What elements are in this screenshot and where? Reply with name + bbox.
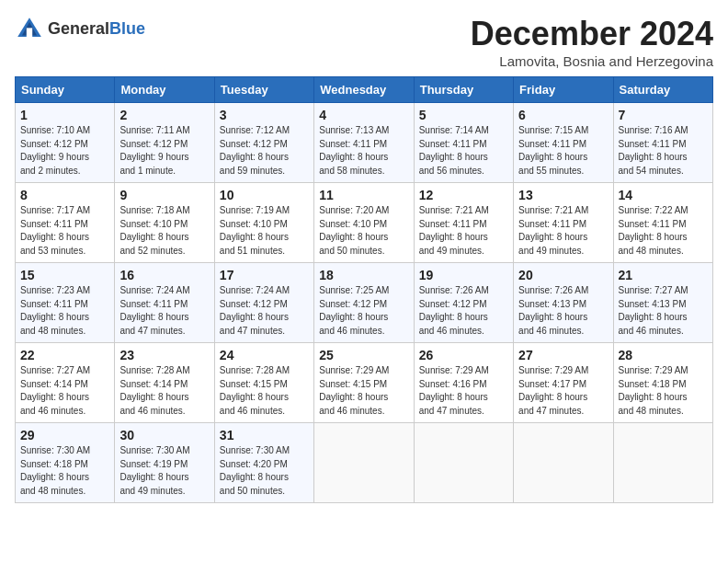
cell-details: Sunrise: 7:27 AMSunset: 4:13 PMDaylight:… [619,284,708,338]
calendar-cell: 7Sunrise: 7:16 AMSunset: 4:11 PMDaylight… [613,103,712,183]
cell-details: Sunrise: 7:20 AMSunset: 4:10 PMDaylight:… [319,204,408,258]
cell-details: Sunrise: 7:24 AMSunset: 4:11 PMDaylight:… [119,284,209,338]
day-number: 9 [119,188,209,202]
calendar-header-row: SundayMondayTuesdayWednesdayThursdayFrid… [16,77,713,103]
col-header-monday: Monday [115,77,214,103]
day-number: 4 [319,108,408,122]
calendar-cell: 27Sunrise: 7:29 AMSunset: 4:17 PMDayligh… [514,343,613,423]
cell-details: Sunrise: 7:26 AMSunset: 4:12 PMDaylight:… [419,284,508,338]
day-number: 25 [319,348,408,362]
logo: GeneralBlue [15,15,145,44]
day-number: 31 [220,428,309,442]
calendar-cell: 16Sunrise: 7:24 AMSunset: 4:11 PMDayligh… [115,263,214,343]
day-number: 27 [518,348,608,362]
day-number: 20 [518,268,608,282]
cell-details: Sunrise: 7:25 AMSunset: 4:12 PMDaylight:… [319,284,408,338]
calendar-cell [314,423,414,503]
day-number: 1 [20,108,109,122]
calendar-cell: 2Sunrise: 7:11 AMSunset: 4:12 PMDaylight… [115,103,214,183]
col-header-tuesday: Tuesday [214,77,313,103]
calendar-cell: 26Sunrise: 7:29 AMSunset: 4:16 PMDayligh… [414,343,513,423]
col-header-sunday: Sunday [16,77,115,103]
day-number: 11 [319,188,408,202]
calendar-cell: 9Sunrise: 7:18 AMSunset: 4:10 PMDaylight… [115,183,214,263]
day-number: 29 [20,428,109,442]
day-number: 12 [419,188,508,202]
calendar-cell: 31Sunrise: 7:30 AMSunset: 4:20 PMDayligh… [214,423,313,503]
cell-details: Sunrise: 7:15 AMSunset: 4:11 PMDaylight:… [518,124,608,178]
day-number: 23 [119,348,209,362]
col-header-saturday: Saturday [613,77,712,103]
logo-text: GeneralBlue [48,20,145,39]
day-number: 26 [419,348,508,362]
cell-details: Sunrise: 7:22 AMSunset: 4:11 PMDaylight:… [619,204,708,258]
cell-details: Sunrise: 7:21 AMSunset: 4:11 PMDaylight:… [518,204,608,258]
col-header-friday: Friday [514,77,613,103]
day-number: 16 [119,268,209,282]
cell-details: Sunrise: 7:27 AMSunset: 4:14 PMDaylight:… [20,364,109,418]
day-number: 19 [419,268,508,282]
calendar-cell: 15Sunrise: 7:23 AMSunset: 4:11 PMDayligh… [16,263,115,343]
day-number: 5 [419,108,508,122]
calendar-cell: 24Sunrise: 7:28 AMSunset: 4:15 PMDayligh… [214,343,313,423]
cell-details: Sunrise: 7:26 AMSunset: 4:13 PMDaylight:… [518,284,608,338]
calendar-cell: 17Sunrise: 7:24 AMSunset: 4:12 PMDayligh… [214,263,313,343]
calendar-cell: 5Sunrise: 7:14 AMSunset: 4:11 PMDaylight… [414,103,513,183]
calendar-cell: 25Sunrise: 7:29 AMSunset: 4:15 PMDayligh… [314,343,414,423]
cell-details: Sunrise: 7:21 AMSunset: 4:11 PMDaylight:… [419,204,508,258]
calendar-cell: 28Sunrise: 7:29 AMSunset: 4:18 PMDayligh… [613,343,712,423]
cell-details: Sunrise: 7:18 AMSunset: 4:10 PMDaylight:… [119,204,209,258]
page-header: GeneralBlue December 2024 Lamovita, Bosn… [15,15,713,69]
cell-details: Sunrise: 7:28 AMSunset: 4:14 PMDaylight:… [119,364,209,418]
day-number: 10 [220,188,309,202]
calendar-cell: 4Sunrise: 7:13 AMSunset: 4:11 PMDaylight… [314,103,414,183]
svg-rect-2 [27,28,32,37]
cell-details: Sunrise: 7:29 AMSunset: 4:18 PMDaylight:… [619,364,708,418]
day-number: 21 [619,268,708,282]
day-number: 17 [220,268,309,282]
day-number: 13 [518,188,608,202]
cell-details: Sunrise: 7:29 AMSunset: 4:15 PMDaylight:… [319,364,408,418]
location-subtitle: Lamovita, Bosnia and Herzegovina [471,53,713,69]
calendar-cell: 30Sunrise: 7:30 AMSunset: 4:19 PMDayligh… [115,423,214,503]
month-title: December 2024 [471,15,713,53]
calendar-cell: 29Sunrise: 7:30 AMSunset: 4:18 PMDayligh… [16,423,115,503]
calendar-cell [514,423,613,503]
cell-details: Sunrise: 7:14 AMSunset: 4:11 PMDaylight:… [419,124,508,178]
day-number: 18 [319,268,408,282]
calendar-row: 22Sunrise: 7:27 AMSunset: 4:14 PMDayligh… [16,343,713,423]
cell-details: Sunrise: 7:17 AMSunset: 4:11 PMDaylight:… [20,204,109,258]
day-number: 3 [220,108,309,122]
cell-details: Sunrise: 7:29 AMSunset: 4:16 PMDaylight:… [419,364,508,418]
day-number: 2 [119,108,209,122]
calendar-table: SundayMondayTuesdayWednesdayThursdayFrid… [15,76,713,503]
day-number: 15 [20,268,109,282]
cell-details: Sunrise: 7:13 AMSunset: 4:11 PMDaylight:… [319,124,408,178]
calendar-row: 8Sunrise: 7:17 AMSunset: 4:11 PMDaylight… [16,183,713,263]
cell-details: Sunrise: 7:11 AMSunset: 4:12 PMDaylight:… [119,124,209,178]
day-number: 30 [119,428,209,442]
calendar-cell: 13Sunrise: 7:21 AMSunset: 4:11 PMDayligh… [514,183,613,263]
calendar-row: 15Sunrise: 7:23 AMSunset: 4:11 PMDayligh… [16,263,713,343]
title-area: December 2024 Lamovita, Bosnia and Herze… [471,15,713,69]
calendar-cell: 18Sunrise: 7:25 AMSunset: 4:12 PMDayligh… [314,263,414,343]
logo-icon [15,15,44,44]
day-number: 14 [619,188,708,202]
calendar-cell: 12Sunrise: 7:21 AMSunset: 4:11 PMDayligh… [414,183,513,263]
calendar-cell: 11Sunrise: 7:20 AMSunset: 4:10 PMDayligh… [314,183,414,263]
cell-details: Sunrise: 7:19 AMSunset: 4:10 PMDaylight:… [220,204,309,258]
cell-details: Sunrise: 7:24 AMSunset: 4:12 PMDaylight:… [220,284,309,338]
calendar-cell: 21Sunrise: 7:27 AMSunset: 4:13 PMDayligh… [613,263,712,343]
calendar-cell [414,423,513,503]
cell-details: Sunrise: 7:12 AMSunset: 4:12 PMDaylight:… [220,124,309,178]
calendar-cell: 19Sunrise: 7:26 AMSunset: 4:12 PMDayligh… [414,263,513,343]
calendar-cell: 20Sunrise: 7:26 AMSunset: 4:13 PMDayligh… [514,263,613,343]
cell-details: Sunrise: 7:30 AMSunset: 4:20 PMDaylight:… [220,444,309,498]
cell-details: Sunrise: 7:28 AMSunset: 4:15 PMDaylight:… [220,364,309,418]
calendar-cell: 14Sunrise: 7:22 AMSunset: 4:11 PMDayligh… [613,183,712,263]
calendar-cell: 23Sunrise: 7:28 AMSunset: 4:14 PMDayligh… [115,343,214,423]
cell-details: Sunrise: 7:30 AMSunset: 4:19 PMDaylight:… [119,444,209,498]
cell-details: Sunrise: 7:30 AMSunset: 4:18 PMDaylight:… [20,444,109,498]
calendar-cell: 8Sunrise: 7:17 AMSunset: 4:11 PMDaylight… [16,183,115,263]
day-number: 24 [220,348,309,362]
